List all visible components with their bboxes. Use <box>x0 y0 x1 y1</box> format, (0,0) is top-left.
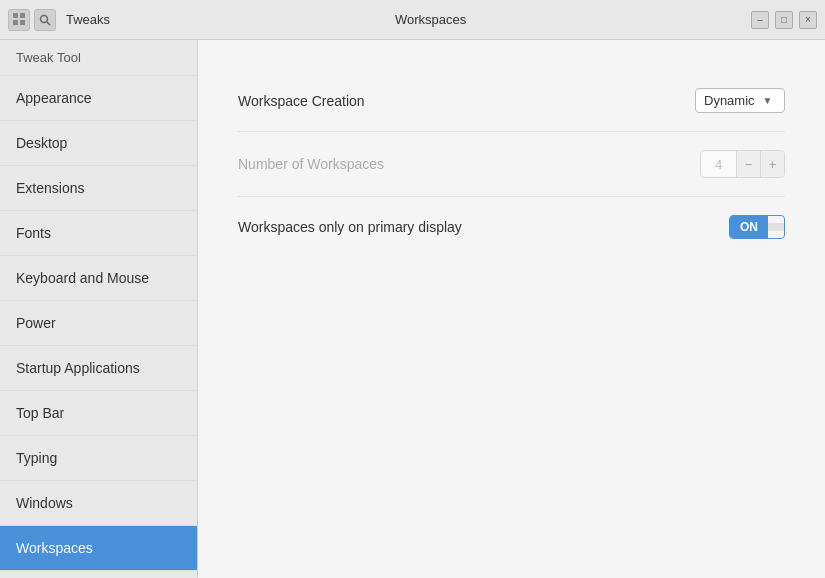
svg-point-4 <box>41 15 48 22</box>
svg-rect-3 <box>20 20 25 25</box>
maximize-button[interactable]: □ <box>775 11 793 29</box>
window-title: Workspaces <box>110 12 751 27</box>
svg-rect-1 <box>20 13 25 18</box>
minimize-button[interactable]: – <box>751 11 769 29</box>
sidebar-item-power[interactable]: Power <box>0 301 197 346</box>
sidebar-item-top-bar[interactable]: Top Bar <box>0 391 197 436</box>
sidebar-item-fonts[interactable]: Fonts <box>0 211 197 256</box>
content-area: Workspace Creation Dynamic ▼ Number of W… <box>198 40 825 578</box>
sidebar-item-appearance[interactable]: Appearance <box>0 76 197 121</box>
svg-rect-2 <box>13 20 18 25</box>
sidebar-item-keyboard-and-mouse[interactable]: Keyboard and Mouse <box>0 256 197 301</box>
main-content: Tweak Tool Appearance Desktop Extensions… <box>0 40 825 578</box>
workspace-creation-dropdown[interactable]: Dynamic ▼ <box>695 88 785 113</box>
decrement-button[interactable]: − <box>736 151 760 177</box>
app-name: Tweaks <box>66 12 110 27</box>
window-controls: – □ × <box>751 11 817 29</box>
number-of-workspaces-label: Number of Workspaces <box>238 156 384 172</box>
title-bar: Tweaks Workspaces – □ × <box>0 0 825 40</box>
increment-button[interactable]: + <box>760 151 784 177</box>
toggle-on-label: ON <box>730 216 768 238</box>
workspace-creation-row: Workspace Creation Dynamic ▼ <box>238 70 785 132</box>
app-icon-grid <box>8 9 30 31</box>
sidebar-item-startup-applications[interactable]: Startup Applications <box>0 346 197 391</box>
close-button[interactable]: × <box>799 11 817 29</box>
sidebar-item-extensions[interactable]: Extensions <box>0 166 197 211</box>
svg-line-5 <box>47 22 50 25</box>
sidebar-item-windows[interactable]: Windows <box>0 481 197 526</box>
workspaces-primary-toggle[interactable]: ON <box>729 215 785 239</box>
sidebar: Tweak Tool Appearance Desktop Extensions… <box>0 40 198 578</box>
title-bar-left: Tweaks <box>8 9 110 31</box>
search-icon[interactable] <box>34 9 56 31</box>
number-of-workspaces-stepper: − + <box>700 150 785 178</box>
sidebar-item-desktop[interactable]: Desktop <box>0 121 197 166</box>
workspace-creation-label: Workspace Creation <box>238 93 365 109</box>
dropdown-value: Dynamic <box>704 93 755 108</box>
workspaces-primary-label: Workspaces only on primary display <box>238 219 462 235</box>
workspace-count-input[interactable] <box>701 153 736 176</box>
sidebar-item-typing[interactable]: Typing <box>0 436 197 481</box>
toggle-off-label <box>768 223 784 231</box>
workspaces-primary-row: Workspaces only on primary display ON <box>238 197 785 257</box>
number-of-workspaces-row: Number of Workspaces − + <box>238 132 785 197</box>
sidebar-item-tweak-tool[interactable]: Tweak Tool <box>0 40 197 76</box>
title-bar-icons <box>8 9 56 31</box>
sidebar-item-workspaces[interactable]: Workspaces <box>0 526 197 571</box>
svg-rect-0 <box>13 13 18 18</box>
chevron-down-icon: ▼ <box>763 95 773 106</box>
